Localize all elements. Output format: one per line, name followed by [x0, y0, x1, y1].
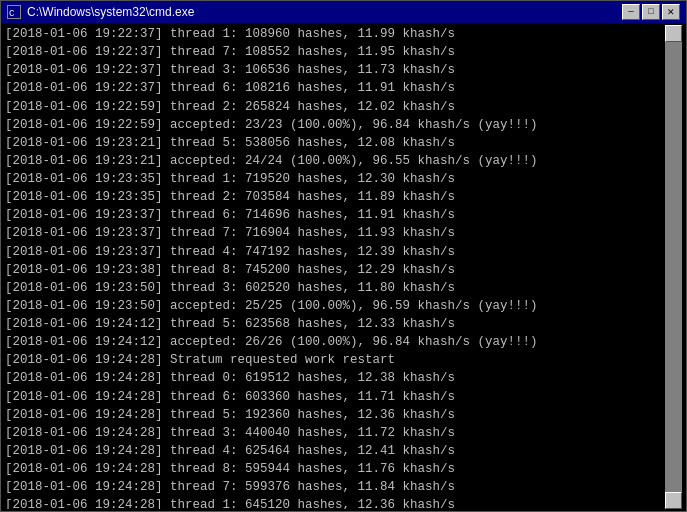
cmd-window: C C:\Windows\system32\cmd.exe ─ □ ✕ [201…: [0, 0, 687, 512]
scroll-track[interactable]: [665, 42, 682, 492]
terminal-line: [2018-01-06 19:23:37] thread 7: 716904 h…: [5, 224, 665, 242]
scrollbar[interactable]: ▲ ▼: [665, 25, 682, 509]
terminal-line: [2018-01-06 19:24:28] thread 7: 599376 h…: [5, 478, 665, 496]
close-button[interactable]: ✕: [662, 4, 680, 20]
terminal-line: [2018-01-06 19:24:28] thread 3: 440040 h…: [5, 424, 665, 442]
terminal-line: [2018-01-06 19:23:35] thread 1: 719520 h…: [5, 170, 665, 188]
terminal-line: [2018-01-06 19:22:37] thread 3: 106536 h…: [5, 61, 665, 79]
maximize-button[interactable]: □: [642, 4, 660, 20]
terminal-line: [2018-01-06 19:24:28] thread 0: 619512 h…: [5, 369, 665, 387]
window-title: C:\Windows\system32\cmd.exe: [27, 5, 194, 19]
scroll-up-button[interactable]: ▲: [665, 25, 682, 42]
svg-text:C: C: [9, 9, 15, 18]
title-bar-buttons: ─ □ ✕: [622, 4, 680, 20]
terminal-line: [2018-01-06 19:23:37] thread 6: 714696 h…: [5, 206, 665, 224]
cmd-icon: C: [7, 5, 21, 19]
terminal-content: [2018-01-06 19:22:37] thread 1: 108960 h…: [5, 25, 665, 509]
terminal-line: [2018-01-06 19:24:28] thread 6: 603360 h…: [5, 388, 665, 406]
terminal-line: [2018-01-06 19:24:28] thread 1: 645120 h…: [5, 496, 665, 509]
minimize-button[interactable]: ─: [622, 4, 640, 20]
terminal-line: [2018-01-06 19:22:59] accepted: 23/23 (1…: [5, 116, 665, 134]
terminal-line: [2018-01-06 19:24:28] thread 5: 192360 h…: [5, 406, 665, 424]
terminal-line: [2018-01-06 19:23:37] thread 4: 747192 h…: [5, 243, 665, 261]
terminal-line: [2018-01-06 19:23:21] accepted: 24/24 (1…: [5, 152, 665, 170]
terminal-line: [2018-01-06 19:24:28] Stratum requested …: [5, 351, 665, 369]
terminal-line: [2018-01-06 19:24:12] thread 5: 623568 h…: [5, 315, 665, 333]
terminal-line: [2018-01-06 19:22:37] thread 1: 108960 h…: [5, 25, 665, 43]
terminal-line: [2018-01-06 19:24:12] accepted: 26/26 (1…: [5, 333, 665, 351]
terminal-line: [2018-01-06 19:23:38] thread 8: 745200 h…: [5, 261, 665, 279]
terminal-line: [2018-01-06 19:24:28] thread 8: 595944 h…: [5, 460, 665, 478]
terminal-line: [2018-01-06 19:23:21] thread 5: 538056 h…: [5, 134, 665, 152]
terminal-line: [2018-01-06 19:23:50] thread 3: 602520 h…: [5, 279, 665, 297]
title-bar: C C:\Windows\system32\cmd.exe ─ □ ✕: [1, 1, 686, 23]
terminal-line: [2018-01-06 19:24:28] thread 4: 625464 h…: [5, 442, 665, 460]
title-bar-left: C C:\Windows\system32\cmd.exe: [7, 5, 194, 19]
terminal-line: [2018-01-06 19:23:35] thread 2: 703584 h…: [5, 188, 665, 206]
terminal-line: [2018-01-06 19:22:59] thread 2: 265824 h…: [5, 98, 665, 116]
terminal-line: [2018-01-06 19:23:50] accepted: 25/25 (1…: [5, 297, 665, 315]
terminal-line: [2018-01-06 19:22:37] thread 6: 108216 h…: [5, 79, 665, 97]
scroll-down-button[interactable]: ▼: [665, 492, 682, 509]
terminal-line: [2018-01-06 19:22:37] thread 7: 108552 h…: [5, 43, 665, 61]
terminal: [2018-01-06 19:22:37] thread 1: 108960 h…: [1, 23, 686, 511]
